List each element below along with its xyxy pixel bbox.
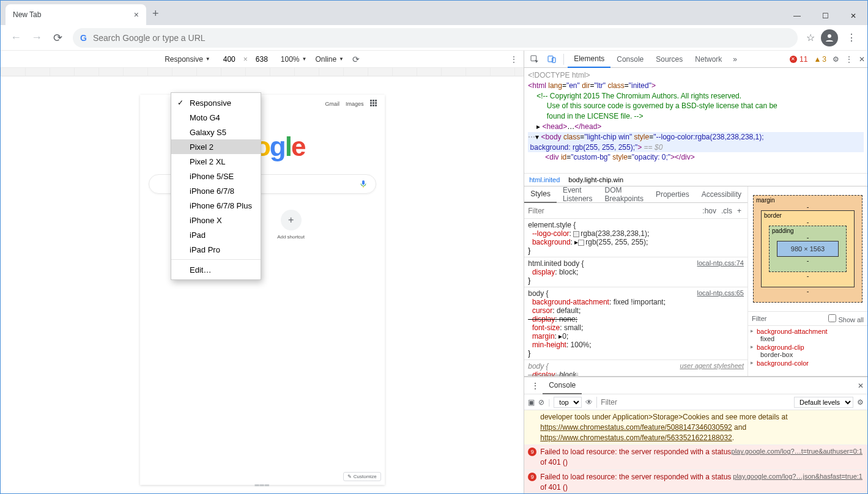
- device-menu-item[interactable]: iPhone 5/SE: [171, 169, 261, 183]
- device-menu-item[interactable]: Responsive: [171, 95, 261, 110]
- settings-gear-icon[interactable]: ⚙: [833, 55, 839, 64]
- titlebar: New Tab × + — ☐ ✕: [1, 1, 867, 25]
- close-tab-icon[interactable]: ×: [134, 10, 139, 20]
- sidebar-toggle-icon[interactable]: ▣: [528, 398, 535, 407]
- apps-grid-icon[interactable]: [370, 100, 379, 108]
- device-emulation-pane: Responsive▼ × 100%▼ Online▼ ⟳ ⋮ Gmail Im…: [1, 51, 524, 493]
- device-menu-item[interactable]: Moto G4: [171, 110, 261, 125]
- devtools-tab-network[interactable]: Network: [689, 51, 728, 68]
- styles-tab[interactable]: Styles: [524, 186, 557, 203]
- height-resize-handle[interactable]: ═══: [254, 482, 269, 488]
- toggle-device-icon[interactable]: [544, 51, 560, 67]
- devtools-tab-sources[interactable]: Sources: [650, 51, 689, 68]
- device-menu-item[interactable]: iPhone 6/7/8 Plus: [171, 198, 261, 213]
- styles-rules[interactable]: element.style { --logo-color: rgba(238,2…: [524, 219, 747, 376]
- gmail-link[interactable]: Gmail: [325, 101, 340, 107]
- device-menu-item[interactable]: iPad Pro: [171, 242, 261, 257]
- back-button[interactable]: ←: [6, 28, 26, 48]
- styles-filter-input[interactable]: [528, 207, 700, 215]
- bookmark-star-icon[interactable]: ☆: [806, 32, 815, 43]
- chrome-menu-icon[interactable]: ⋮: [840, 32, 862, 43]
- url-input[interactable]: [93, 33, 790, 43]
- box-model[interactable]: margin- border- padding- 980 × 1563- - -: [748, 186, 867, 311]
- clear-console-icon[interactable]: ⊘: [538, 398, 544, 407]
- device-selector[interactable]: Responsive▼: [165, 55, 210, 64]
- live-expression-icon[interactable]: 👁: [585, 398, 593, 407]
- rotate-icon[interactable]: ⟳: [352, 54, 360, 64]
- forward-button[interactable]: →: [26, 28, 47, 48]
- computed-list[interactable]: background-attachmentfixedbackground-cli…: [748, 326, 867, 376]
- viewport-area: Gmail Images Google 🛍 Web Store +: [1, 76, 524, 493]
- browser-tab[interactable]: New Tab ×: [6, 4, 146, 25]
- browser-toolbar: ← → ⟳ G ☆ ⋮: [1, 25, 867, 51]
- styles-tab[interactable]: Event Listeners: [557, 186, 599, 203]
- device-menu-edit[interactable]: Edit…: [171, 262, 261, 277]
- pencil-icon: ✎: [347, 474, 352, 479]
- height-input[interactable]: [251, 55, 272, 64]
- close-devtools-icon[interactable]: ✕: [859, 55, 865, 64]
- styles-tabs: StylesEvent ListenersDOM BreakpointsProp…: [524, 186, 747, 203]
- tab-title: New Tab: [13, 10, 41, 19]
- mic-icon[interactable]: [358, 179, 368, 189]
- plus-icon: +: [281, 210, 302, 230]
- computed-filter[interactable]: Filter: [752, 315, 766, 322]
- window-controls: — ☐ ✕: [783, 7, 867, 25]
- cls-toggle[interactable]: .cls: [719, 207, 735, 215]
- svg-point-0: [828, 34, 831, 38]
- close-window-button[interactable]: ✕: [839, 7, 867, 25]
- drawer-menu-icon[interactable]: ⋮: [528, 382, 543, 390]
- dom-tree[interactable]: <!DOCTYPE html> <html lang="en" dir="ltr…: [524, 68, 867, 173]
- devtools-menu-icon[interactable]: ⋮: [845, 55, 853, 64]
- device-menu-item[interactable]: iPad: [171, 227, 261, 242]
- device-menu-item[interactable]: iPhone X: [171, 213, 261, 227]
- context-selector[interactable]: top: [554, 397, 582, 408]
- minimize-button[interactable]: —: [783, 7, 811, 25]
- dimensions-input: ×: [219, 55, 272, 64]
- device-menu-item[interactable]: Pixel 2: [171, 139, 261, 154]
- address-bar[interactable]: G: [73, 28, 798, 48]
- warning-count[interactable]: ▲ 3: [814, 55, 826, 64]
- console-output[interactable]: developer tools under Application>Storag…: [524, 410, 867, 493]
- shortcut-add[interactable]: + Add shortcut: [272, 210, 311, 240]
- device-more-icon[interactable]: ⋮: [510, 55, 517, 64]
- breadcrumb[interactable]: html.inited body.light-chip.win: [524, 173, 867, 186]
- device-toolbar: Responsive▼ × 100%▼ Online▼ ⟳ ⋮: [1, 51, 524, 68]
- inspect-element-icon[interactable]: [527, 51, 543, 67]
- maximize-button[interactable]: ☐: [811, 7, 839, 25]
- width-input[interactable]: [219, 55, 240, 64]
- log-levels-selector[interactable]: Default levels: [794, 397, 853, 408]
- styles-tab[interactable]: Accessibility: [696, 186, 747, 203]
- console-filter-input[interactable]: [596, 397, 670, 408]
- google-icon: G: [80, 33, 87, 43]
- error-count[interactable]: ✕ 11: [790, 55, 808, 64]
- devtools-header: ElementsConsoleSourcesNetwork » ✕ 11 ▲ 3…: [524, 51, 867, 68]
- devtools-tab-elements[interactable]: Elements: [568, 51, 610, 68]
- console-tab[interactable]: Console: [543, 377, 582, 394]
- reload-button[interactable]: ⟳: [47, 28, 68, 48]
- images-link[interactable]: Images: [346, 101, 364, 107]
- styles-tab[interactable]: Properties: [650, 186, 696, 203]
- devtools-panel: ElementsConsoleSourcesNetwork » ✕ 11 ▲ 3…: [524, 51, 867, 493]
- customize-button[interactable]: ✎ Customize: [343, 472, 381, 481]
- console-drawer: ⋮ Console ✕ ▣ ⊘ | top 👁 Default levels ⚙…: [524, 376, 867, 493]
- profile-avatar[interactable]: [821, 29, 838, 46]
- hov-toggle[interactable]: :hov: [700, 207, 719, 215]
- device-menu-item[interactable]: Galaxy S5: [171, 125, 261, 139]
- console-settings-icon[interactable]: ⚙: [857, 398, 864, 407]
- new-tab-button[interactable]: +: [152, 7, 159, 20]
- console-toolbar: ▣ ⊘ | top 👁 Default levels ⚙: [524, 394, 867, 410]
- zoom-selector[interactable]: 100%▼: [281, 55, 307, 64]
- devtools-tab-console[interactable]: Console: [610, 51, 650, 68]
- throttle-selector[interactable]: Online▼: [315, 55, 344, 64]
- close-drawer-icon[interactable]: ✕: [858, 382, 864, 390]
- ruler: [1, 68, 524, 76]
- more-tabs-icon[interactable]: »: [729, 55, 741, 64]
- device-menu-item[interactable]: Pixel 2 XL: [171, 154, 261, 169]
- styles-tab[interactable]: DOM Breakpoints: [599, 186, 650, 203]
- styles-toolbar: :hov .cls +: [524, 203, 747, 219]
- new-rule-icon[interactable]: +: [735, 207, 744, 215]
- device-menu-item[interactable]: iPhone 6/7/8: [171, 183, 261, 198]
- device-dropdown-menu: ResponsiveMoto G4Galaxy S5Pixel 2Pixel 2…: [171, 92, 261, 280]
- show-all-checkbox[interactable]: Show all: [828, 314, 864, 323]
- svg-rect-1: [362, 180, 365, 185]
